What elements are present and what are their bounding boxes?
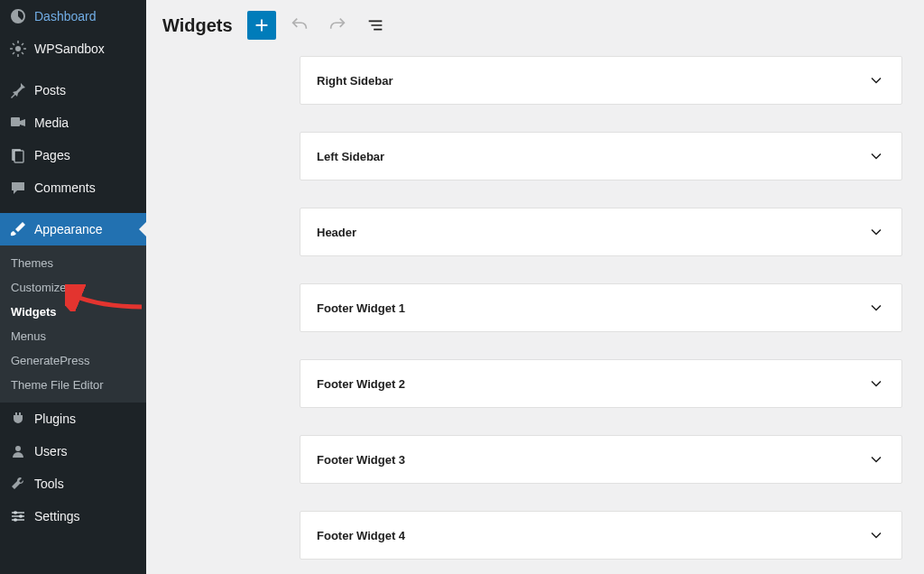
widget-area-title: Footer Widget 2 — [317, 377, 405, 391]
plus-icon — [252, 15, 272, 35]
pages-icon — [9, 146, 27, 164]
chevron-down-icon — [867, 223, 885, 241]
svg-rect-1 — [11, 117, 20, 126]
sidebar-item-label: Media — [34, 116, 69, 130]
sidebar-item-label: Pages — [34, 148, 70, 162]
sandbox-icon — [9, 40, 27, 58]
comments-icon — [9, 179, 27, 197]
sidebar-item-tools[interactable]: Tools — [0, 468, 146, 500]
plugin-icon — [9, 410, 27, 428]
widget-area-footer-2[interactable]: Footer Widget 2 — [300, 359, 902, 408]
sidebar-item-label: Dashboard — [34, 9, 97, 23]
chevron-down-icon — [867, 299, 885, 317]
widget-area-title: Footer Widget 1 — [317, 301, 405, 315]
list-view-icon — [365, 15, 385, 35]
brush-icon — [9, 220, 27, 238]
submenu-item-widgets[interactable]: Widgets — [0, 300, 146, 324]
chevron-down-icon — [867, 375, 885, 393]
svg-point-8 — [14, 511, 17, 514]
widget-area-title: Footer Widget 4 — [317, 529, 405, 542]
chevron-down-icon — [867, 71, 885, 89]
widget-area-footer-1[interactable]: Footer Widget 1 — [300, 283, 902, 332]
widget-area-right-sidebar[interactable]: Right Sidebar — [300, 56, 902, 105]
sidebar-item-pages[interactable]: Pages — [0, 139, 146, 171]
media-icon — [9, 114, 27, 132]
redo-icon — [328, 15, 347, 35]
tools-icon — [9, 475, 27, 493]
svg-point-0 — [15, 46, 21, 51]
redo-button[interactable] — [323, 11, 352, 40]
pin-icon — [9, 81, 27, 99]
app-root: Dashboard WPSandbox Posts Media Pa — [0, 0, 924, 574]
widget-area-header[interactable]: Header — [300, 208, 902, 256]
settings-icon — [9, 507, 27, 525]
chevron-down-icon — [867, 147, 885, 165]
submenu-item-customize[interactable]: Customize — [0, 275, 146, 300]
widget-areas-list: Right Sidebar Left Sidebar Header Footer… — [146, 56, 924, 574]
sidebar-item-users[interactable]: Users — [0, 435, 146, 468]
sidebar-item-media[interactable]: Media — [0, 106, 146, 139]
svg-point-10 — [14, 518, 17, 522]
sidebar-item-label: Tools — [34, 477, 64, 491]
sidebar-item-comments[interactable]: Comments — [0, 171, 146, 204]
sidebar-item-label: Users — [34, 444, 68, 458]
sidebar-item-label: Plugins — [34, 412, 76, 426]
svg-point-9 — [19, 514, 23, 518]
submenu-item-generatepress[interactable]: GeneratePress — [0, 348, 146, 373]
sidebar-item-label: Comments — [34, 181, 96, 195]
appearance-submenu: Themes Customize Widgets Menus GenerateP… — [0, 245, 146, 403]
submenu-item-theme-file-editor[interactable]: Theme File Editor — [0, 373, 146, 397]
undo-icon — [290, 15, 310, 35]
sidebar-item-plugins[interactable]: Plugins — [0, 403, 146, 435]
sidebar-item-dashboard[interactable]: Dashboard — [0, 0, 146, 32]
widget-area-footer-4[interactable]: Footer Widget 4 — [300, 511, 902, 560]
widget-area-title: Left Sidebar — [317, 150, 384, 163]
widget-area-title: Right Sidebar — [317, 74, 393, 88]
main-content: Widgets Right Sidebar Left Sidebar — [146, 0, 924, 574]
sidebar-item-label: WPSandbox — [34, 42, 105, 56]
sidebar-item-settings[interactable]: Settings — [0, 500, 146, 532]
sidebar-item-label: Settings — [34, 509, 80, 523]
svg-point-4 — [15, 446, 21, 451]
page-title: Widgets — [162, 15, 233, 36]
sidebar-item-posts[interactable]: Posts — [0, 74, 146, 106]
widget-area-left-sidebar[interactable]: Left Sidebar — [300, 132, 902, 181]
chevron-down-icon — [867, 450, 885, 468]
sidebar-item-wpsandbox[interactable]: WPSandbox — [0, 32, 146, 65]
sidebar-item-appearance[interactable]: Appearance — [0, 213, 146, 245]
submenu-item-themes[interactable]: Themes — [0, 251, 146, 275]
submenu-item-menus[interactable]: Menus — [0, 324, 146, 348]
sidebar-item-label: Appearance — [34, 222, 103, 236]
widget-area-title: Footer Widget 3 — [317, 453, 405, 467]
editor-toolbar: Widgets — [146, 0, 924, 56]
admin-sidebar: Dashboard WPSandbox Posts Media Pa — [0, 0, 146, 574]
svg-rect-3 — [14, 151, 23, 162]
undo-button[interactable] — [285, 11, 314, 40]
widget-area-footer-3[interactable]: Footer Widget 3 — [300, 435, 902, 484]
widget-area-title: Header — [317, 226, 356, 239]
users-icon — [9, 442, 27, 460]
dashboard-icon — [9, 7, 27, 25]
sidebar-item-label: Posts — [34, 83, 66, 97]
list-view-button[interactable] — [361, 11, 390, 40]
add-block-button[interactable] — [247, 11, 276, 40]
chevron-down-icon — [867, 526, 885, 544]
